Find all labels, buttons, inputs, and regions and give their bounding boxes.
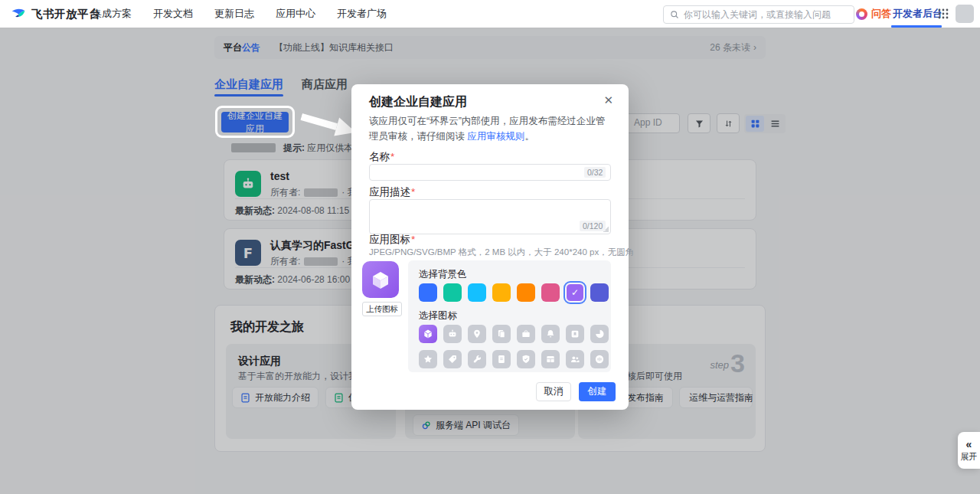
cancel-button[interactable]: 取消 xyxy=(536,382,571,401)
icon-option-documents[interactable] xyxy=(492,325,511,343)
name-input[interactable] xyxy=(369,164,611,181)
expand-panel-tab[interactable]: « 展开 xyxy=(958,432,980,469)
description-textarea[interactable] xyxy=(369,199,611,234)
header-search-placeholder: 你可以输入关键词，或直接输入问题 xyxy=(684,8,831,21)
icon-option-star[interactable] xyxy=(419,350,437,368)
qa-ring-icon xyxy=(856,8,867,20)
modal-description: 该应用仅可在“环界云”内部使用，应用发布需经过企业管理员审核，请仔细阅读 应用审… xyxy=(369,113,612,144)
top-navbar: 飞书开放平台 集成方案 开发文档 更新日志 应用中心 开发者广场 你可以输入关键… xyxy=(0,0,980,28)
icon-option-pie[interactable] xyxy=(590,325,609,343)
brand[interactable]: 飞书开放平台 xyxy=(11,0,100,28)
icon-option-wrench[interactable] xyxy=(468,350,486,368)
icon-select-label: 选择图标 xyxy=(419,309,457,322)
color-swatch-purple-selected[interactable]: ✓ xyxy=(566,283,584,302)
icon-option-cube[interactable] xyxy=(419,325,437,343)
create-app-modal: 创建企业自建应用 ✕ 该应用仅可在“环界云”内部使用，应用发布需经过企业管理员审… xyxy=(351,84,629,410)
modal-title: 创建企业自建应用 xyxy=(369,94,467,110)
nav-item-integration[interactable]: 集成方案 xyxy=(92,7,132,21)
icon-option-pin[interactable] xyxy=(468,325,486,343)
apps-grid-icon[interactable] xyxy=(937,8,949,20)
annotation-highlight-box xyxy=(215,106,295,138)
description-char-counter: 0/120 xyxy=(580,221,606,231)
name-char-counter: 0/32 xyxy=(584,167,606,178)
color-swatch-yellow[interactable] xyxy=(492,283,511,302)
color-swatch-pink[interactable] xyxy=(541,283,560,302)
name-label: 名称* xyxy=(369,150,394,164)
icon-option-users[interactable] xyxy=(566,350,584,368)
developer-console-link[interactable]: 开发者后台 xyxy=(893,0,942,28)
color-swatch-green[interactable] xyxy=(443,283,462,302)
nav-item-dev-plaza[interactable]: 开发者广场 xyxy=(337,7,387,21)
icon-option-shield[interactable] xyxy=(517,350,535,368)
icon-option-file[interactable] xyxy=(492,350,511,368)
color-swatch-indigo[interactable] xyxy=(590,283,609,302)
icon-format-hint: JPEG/PNG/SVG/BMP 格式，2 MB 以内，大于 240*240 p… xyxy=(369,247,634,258)
icon-option-tag[interactable] xyxy=(443,350,462,368)
app-icon-preview xyxy=(362,261,399,298)
nav-item-changelog[interactable]: 更新日志 xyxy=(214,7,254,21)
main-nav: 集成方案 开发文档 更新日志 应用中心 开发者广场 xyxy=(92,0,387,28)
qa-link[interactable]: 问答 xyxy=(856,0,891,28)
app-icon-label: 应用图标* xyxy=(369,233,415,247)
upload-icon-button[interactable]: 上传图标 xyxy=(362,302,402,316)
color-swatch-orange[interactable] xyxy=(517,283,535,302)
feishu-logo-icon xyxy=(11,6,26,21)
search-icon xyxy=(670,10,679,19)
nav-item-docs[interactable]: 开发文档 xyxy=(153,7,193,21)
icon-picker-panel: 选择背景色 ✓ 选择图标 xyxy=(408,260,611,372)
screen: 飞书开放平台 集成方案 开发文档 更新日志 应用中心 开发者广场 你可以输入关键… xyxy=(0,0,980,494)
icon-option-layout[interactable] xyxy=(541,350,560,368)
nav-item-app-center[interactable]: 应用中心 xyxy=(276,7,315,21)
cube-icon xyxy=(369,268,392,291)
icon-option-briefcase[interactable] xyxy=(517,325,535,343)
close-icon[interactable]: ✕ xyxy=(603,93,613,107)
create-button[interactable]: 创建 xyxy=(579,382,616,401)
brand-name: 飞书开放平台 xyxy=(31,7,100,21)
icon-option-bell[interactable] xyxy=(541,325,560,343)
icon-option-toggle[interactable] xyxy=(590,350,609,368)
review-rules-link[interactable]: 应用审核规则 xyxy=(467,131,524,142)
header-search-input[interactable]: 你可以输入关键词，或直接输入问题 xyxy=(663,5,854,24)
description-label: 应用描述* xyxy=(369,185,415,199)
double-chevron-left-icon: « xyxy=(966,439,972,450)
icon-option-bookmark[interactable] xyxy=(566,325,584,343)
color-swatch-blue[interactable] xyxy=(419,283,437,302)
expand-label: 展开 xyxy=(961,451,978,463)
icon-option-robot[interactable] xyxy=(443,325,462,343)
color-swatch-cyan[interactable] xyxy=(468,283,486,302)
bg-color-label: 选择背景色 xyxy=(419,268,467,281)
user-avatar[interactable] xyxy=(956,5,974,23)
